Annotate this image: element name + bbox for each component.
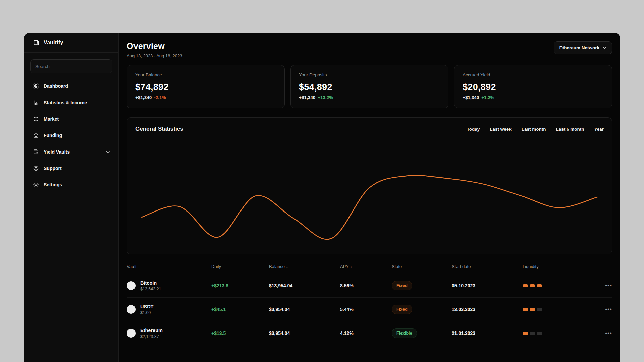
sidebar-item-label: Funding [44, 133, 62, 138]
lifebuoy-icon [33, 165, 39, 171]
column-vault[interactable]: Vault [127, 264, 211, 269]
column-daily[interactable]: Daily [211, 264, 269, 269]
date-range: Aug 13, 2023 - Aug 18, 2023 [127, 53, 182, 58]
vault-name: Ethereum [140, 328, 163, 333]
column-start-date[interactable]: Start date [452, 264, 523, 269]
liquidity-indicator [523, 308, 599, 311]
sidebar-item-yield-vaults[interactable]: Yield Vaults [30, 145, 112, 159]
stat-delta: +$1,340 [463, 95, 479, 100]
stat-label: Your Deposits [299, 72, 440, 77]
chart-time-filters: Today Last week Last month Last 6 month … [467, 127, 604, 132]
wallet-icon [33, 149, 39, 155]
globe-icon [33, 116, 39, 122]
sidebar-item-label: Statistics & Income [44, 100, 87, 105]
stat-label: Accrued Yield [463, 72, 604, 77]
stat-percent: -2.1% [154, 95, 166, 100]
apy-value: 8.56% [340, 283, 392, 288]
line-chart-svg [135, 136, 604, 254]
balance-value: $13,954.04 [269, 283, 340, 288]
state-badge: Flexible [392, 328, 417, 338]
liquidity-indicator [523, 332, 599, 335]
stat-delta: +$1,340 [299, 95, 315, 100]
filter-last-week[interactable]: Last week [490, 127, 512, 132]
line-chart [135, 136, 604, 254]
stat-label: Your Balance [135, 72, 276, 77]
row-menu-icon[interactable]: ••• [599, 282, 612, 289]
network-selector-button[interactable]: Ethereum Network [554, 41, 612, 54]
sidebar-item-support[interactable]: Support [30, 162, 112, 175]
gear-icon [33, 182, 39, 188]
coin-avatar [127, 329, 136, 338]
stat-card-balance: Your Balance $74,892 +$1,340 -2.1% [127, 65, 285, 108]
filter-today[interactable]: Today [467, 127, 480, 132]
home-icon [33, 132, 39, 138]
filter-last-month[interactable]: Last month [522, 127, 546, 132]
dashboard-grid-icon [33, 83, 39, 89]
balance-value: $3,954.04 [269, 307, 340, 312]
vault-price: $1.00 [140, 310, 153, 315]
start-date: 05.10.2023 [452, 283, 523, 288]
start-date: 21.01.2023 [452, 330, 523, 336]
stat-cards: Your Balance $74,892 +$1,340 -2.1% Your … [127, 65, 612, 108]
stat-value: $54,892 [299, 82, 440, 93]
app-window: Vaultify Dashboard [24, 33, 620, 362]
sidebar-item-funding[interactable]: Funding [30, 129, 112, 142]
wallet-logo-icon [33, 39, 40, 46]
stat-card-deposits: Your Deposits $54,892 +$1,340 +13.2% [290, 65, 448, 108]
stat-percent: +1.2% [481, 95, 494, 100]
state-badge: Fixed [392, 305, 412, 314]
sidebar-item-statistics-income[interactable]: Statistics & Income [30, 96, 112, 109]
chevron-down-icon [106, 151, 110, 153]
filter-year[interactable]: Year [594, 127, 604, 132]
sidebar-item-label: Dashboard [44, 83, 68, 89]
app-name: Vaultify [44, 40, 63, 46]
vault-price: $13,643.21 [140, 287, 161, 291]
sidebar-item-label: Market [44, 116, 59, 122]
apy-value: 5.44% [340, 307, 392, 312]
search-input[interactable] [30, 59, 112, 73]
vault-name: Bitcoin [140, 280, 161, 286]
page-title: Overview [127, 41, 182, 51]
balance-value: $3,954.04 [269, 330, 340, 336]
daily-change: +$213.8 [211, 283, 269, 288]
table-row-ethereum[interactable]: Ethereum $2,123.87 +$13.5 $3,954.04 4.12… [127, 321, 612, 345]
chart-title: General Statistics [135, 126, 183, 132]
daily-change: +$45.1 [211, 307, 269, 312]
sidebar-item-label: Support [44, 166, 62, 171]
general-statistics-card: General Statistics Today Last week Last … [127, 117, 612, 254]
sidebar-item-label: Settings [44, 182, 62, 187]
table-header-row: Vault Daily Balance ↓ APY ↓ State Start … [127, 260, 612, 274]
daily-change: +$13.5 [211, 330, 269, 336]
stat-value: $74,892 [135, 82, 276, 93]
sidebar-item-market[interactable]: Market [30, 112, 112, 126]
row-menu-icon[interactable]: ••• [599, 306, 612, 313]
table-row-usdt[interactable]: USDT $1.00 +$45.1 $3,954.04 5.44% Fixed … [127, 298, 612, 321]
stat-percent: +13.2% [318, 95, 333, 100]
page-header: Overview Aug 13, 2023 - Aug 18, 2023 Eth… [127, 41, 612, 58]
vault-name: USDT [140, 304, 153, 309]
sidebar-item-label: Yield Vaults [44, 149, 70, 155]
sidebar: Vaultify Dashboard [24, 33, 119, 362]
row-menu-icon[interactable]: ••• [599, 330, 612, 337]
column-apy-sort[interactable]: APY ↓ [340, 264, 392, 269]
stat-card-yield: Accrued Yield $20,892 +$1,340 +1.2% [454, 65, 612, 108]
vault-price: $2,123.87 [140, 334, 163, 339]
app-logo: Vaultify [24, 33, 118, 53]
stat-value: $20,892 [463, 82, 604, 93]
table-row-bitcoin[interactable]: Bitcoin $13,643.21 +$213.8 $13,954.04 8.… [127, 274, 612, 298]
stat-delta: +$1,340 [135, 95, 152, 100]
liquidity-indicator [523, 284, 599, 287]
start-date: 12.03.2023 [452, 307, 523, 312]
sidebar-item-dashboard[interactable]: Dashboard [30, 79, 112, 93]
filter-last-6-month[interactable]: Last 6 month [556, 127, 584, 132]
column-balance-sort[interactable]: Balance ↓ [269, 264, 340, 269]
coin-avatar [127, 281, 136, 290]
vaults-table: Vault Daily Balance ↓ APY ↓ State Start … [127, 260, 612, 345]
main-content: Overview Aug 13, 2023 - Aug 18, 2023 Eth… [119, 33, 620, 362]
network-selector-label: Ethereum Network [559, 45, 599, 50]
column-state[interactable]: State [392, 264, 452, 269]
column-liquidity[interactable]: Liquidity [523, 264, 599, 269]
chevron-down-icon [603, 47, 606, 49]
bar-chart-icon [33, 100, 39, 106]
sidebar-item-settings[interactable]: Settings [30, 178, 112, 191]
